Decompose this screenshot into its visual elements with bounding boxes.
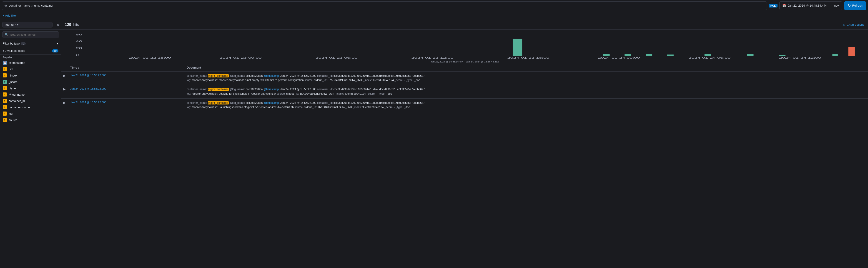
sort-icon: ↓	[78, 66, 79, 69]
available-fields-toggle[interactable]: ▾ Available fields	[3, 49, 25, 53]
field-type-icon-t-source: t	[3, 118, 7, 122]
th-expand	[61, 64, 67, 71]
sidebar-icons: ··· «	[53, 23, 59, 27]
field-item-score[interactable]: # _score	[0, 78, 61, 85]
filter-count-badge: 0	[21, 42, 26, 45]
svg-text:2024-01-24 00:00: 2024-01-24 00:00	[598, 57, 640, 59]
index-selector[interactable]: fluentd-* ▾	[2, 22, 53, 28]
filter-type-row[interactable]: Filter by type 0 ▾	[0, 40, 61, 47]
sidebar: fluentd-* ▾ ··· « 🔍 Filter by type 0 ▾	[0, 20, 61, 268]
table-row: ▶ Jan 24, 2024 @ 15:56:22.000 container_…	[61, 98, 868, 112]
content-area: 120 hits ⚙ Chart options 60 40 20 0	[61, 20, 868, 268]
available-fields-label: Available fields	[5, 49, 25, 53]
query-input[interactable]	[9, 4, 764, 7]
calendar-icon: 📅	[782, 4, 786, 7]
refresh-icon: ↻	[848, 3, 851, 8]
td-time-3: Jan 24, 2024 @ 15:56:22.000	[67, 98, 184, 112]
hits-label: hits	[73, 23, 79, 27]
hits-bar: 120 hits ⚙ Chart options	[61, 20, 868, 30]
expand-button-2[interactable]: ▶	[63, 87, 66, 91]
sidebar-collapse-button[interactable]: «	[57, 23, 59, 27]
kql-badge[interactable]: KQL	[769, 4, 777, 7]
field-type-icon-t-logname: t	[3, 93, 7, 97]
field-name-index: _index	[9, 74, 17, 77]
td-time-2: Jan 24, 2024 @ 15:56:22.000	[67, 85, 184, 98]
field-item-timestamp[interactable]: 📅 @timestamp	[0, 60, 61, 66]
svg-text:2024-01-24 06:00: 2024-01-24 06:00	[688, 57, 731, 59]
th-time[interactable]: Time ↓	[67, 64, 184, 71]
hits-summary: 120 hits	[65, 23, 79, 27]
field-item-source[interactable]: t source	[0, 117, 61, 123]
th-document: Document	[184, 64, 868, 71]
results-table: Time ↓ Document ▶	[61, 64, 868, 112]
search-field-input-wrapper: 🔍	[2, 31, 59, 38]
field-name-timestamp: @timestamp	[9, 61, 25, 65]
field-item-id[interactable]: t _id	[0, 66, 61, 72]
doc-field: container_name:	[187, 74, 208, 77]
filter-type-chevron: ▾	[57, 42, 58, 45]
hits-count: 120	[65, 23, 71, 27]
field-type-icon-calendar: 📅	[3, 61, 7, 65]
field-type-icon-t-id: t	[3, 67, 7, 71]
td-doc-3: container_name: /nginx_container @log_na…	[184, 98, 868, 112]
field-name-source: source	[9, 118, 18, 122]
search-field-input[interactable]	[10, 33, 56, 36]
sidebar-header: fluentd-* ▾ ··· «	[0, 20, 61, 30]
results-area[interactable]: Time ↓ Document ▶	[61, 64, 868, 268]
bar	[747, 54, 753, 56]
svg-text:20: 20	[76, 47, 82, 49]
filter-type-label: Filter by type 0	[3, 42, 26, 45]
table-header-row: Time ↓ Document	[61, 64, 868, 71]
fields-count-badge: 10	[52, 49, 58, 53]
gear-icon: ⚙	[843, 23, 845, 26]
add-filter-button[interactable]: + Add filter	[3, 14, 17, 17]
field-item-index[interactable]: t _index	[0, 72, 61, 78]
field-type-icon-t-index: t	[3, 73, 7, 77]
expand-button-3[interactable]: ▶	[63, 101, 66, 104]
chart-options-label: Chart options	[847, 23, 864, 26]
date-arrow: →	[829, 4, 832, 8]
date-end: now	[834, 4, 840, 7]
field-type-icon-t-log: t	[3, 111, 7, 115]
expand-button-1[interactable]: ▶	[63, 74, 66, 77]
chart-options-button[interactable]: ⚙ Chart options	[843, 23, 864, 26]
query-bar[interactable]: ⊕	[2, 1, 767, 10]
svg-text:2024-01-23 00:00: 2024-01-23 00:00	[220, 57, 262, 59]
date-start: Jan 22, 2024 @ 14:48:34.444	[788, 4, 827, 7]
histogram-chart: 60 40 20 0	[65, 31, 864, 59]
field-name-log-name: @log_name	[9, 93, 25, 96]
field-type-icon-t-containerid: t	[3, 99, 7, 103]
add-filter-label: + Add filter	[3, 14, 17, 17]
table-row: ▶ Jan 24, 2024 @ 15:56:22.000 container_…	[61, 85, 868, 98]
bar	[667, 55, 674, 56]
field-type-icon-t-type: t	[3, 86, 7, 90]
date-picker[interactable]: 📅 Jan 22, 2024 @ 14:48:34.444 → now	[779, 1, 842, 10]
bar	[603, 54, 610, 56]
popular-label: Popular	[0, 55, 61, 60]
field-item-log-name[interactable]: t @log_name	[0, 91, 61, 98]
sidebar-options-button[interactable]: ···	[53, 23, 56, 27]
field-type-icon-hash: #	[3, 80, 7, 84]
doc-highlight: /nginx_container	[208, 74, 229, 77]
query-bar-icon: ⊕	[4, 4, 7, 7]
td-expand-1: ▶	[61, 71, 67, 85]
svg-text:40: 40	[76, 40, 82, 43]
field-item-container-id[interactable]: t container_id	[0, 98, 61, 104]
field-name-container-id: container_id	[9, 99, 25, 103]
td-expand-2: ▶	[61, 85, 67, 98]
field-item-type[interactable]: t _type	[0, 85, 61, 91]
toggle-icon: ▾	[3, 49, 4, 53]
chart-container: 60 40 20 0	[61, 30, 868, 64]
filter-bar: + Add filter	[0, 11, 868, 20]
td-doc-1: container_name: /nginx_container @log_na…	[184, 71, 868, 85]
available-fields-header: ▾ Available fields 10	[0, 47, 61, 55]
field-item-log[interactable]: t log	[0, 110, 61, 117]
field-item-container-name[interactable]: t container_name	[0, 104, 61, 110]
bar	[779, 55, 785, 56]
field-name-score: _score	[9, 80, 18, 83]
bar	[513, 39, 522, 56]
search-icon: 🔍	[5, 33, 8, 36]
refresh-button[interactable]: ↻ Refresh	[844, 1, 866, 10]
chart-time-range: Jan 22, 2024 @ 14:48:34.444 - Jan 24, 20…	[65, 59, 864, 64]
bar	[832, 54, 838, 56]
